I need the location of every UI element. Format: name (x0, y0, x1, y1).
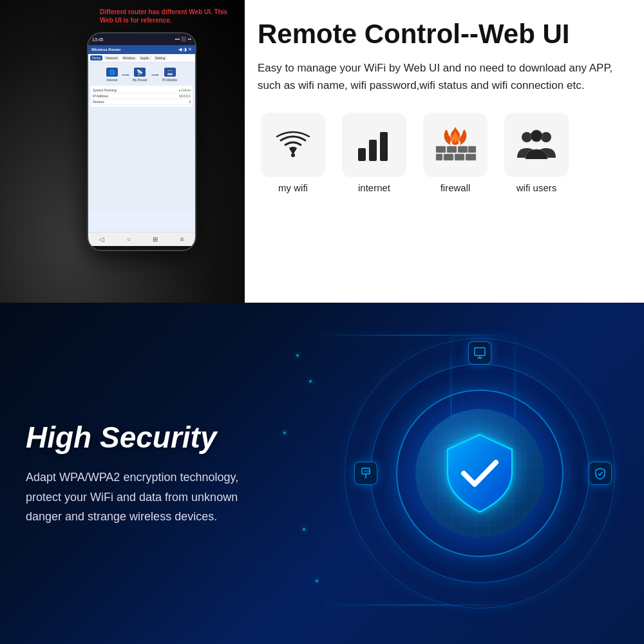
device-pc: 💻 PC/Mobile (162, 68, 177, 82)
internet-icon-box (342, 113, 406, 177)
phone-area: Different router has different Web UI. T… (0, 0, 245, 303)
internet-label: internet (358, 182, 390, 193)
nav-wireless[interactable]: Wireless (121, 55, 137, 61)
nav-setting[interactable]: Setting (153, 55, 167, 61)
svg-rect-9 (444, 154, 453, 160)
security-description: Adapt WPA/WPA2 encryption technology, pr… (26, 468, 264, 527)
ip-row: IP Address 10.0.0.1 (93, 93, 191, 99)
monitor-icon (473, 346, 486, 359)
status-value: ● Online (178, 88, 191, 92)
arrow-1: ⟶ (122, 72, 129, 78)
bottom-section: High Security Adapt WPA/WPA2 encryption … (0, 303, 644, 644)
feature-firewall: firewall (420, 113, 491, 193)
extra-label: Devices (93, 100, 104, 104)
globe-container: PIN (335, 328, 625, 618)
svg-point-14 (531, 130, 542, 142)
top-section: Different router has different Web UI. T… (0, 0, 644, 303)
app-title: Wireless Router (91, 48, 121, 52)
phone-time: 13:45 (92, 37, 104, 42)
svg-text:PIN: PIN (364, 469, 370, 473)
wifi-users-icon-box (504, 113, 569, 177)
router-icon: 📡 (134, 68, 146, 77)
orbit-icon-top (468, 341, 491, 365)
svg-rect-7 (468, 146, 476, 153)
security-title: High Security (26, 420, 264, 455)
ip-label: IP Address (93, 94, 108, 98)
phone-status-bar: 13:45 ▪▪▪ ⬛ ▪▪ (88, 33, 195, 45)
reference-note: Different router has different Web UI. T… (100, 8, 229, 24)
firewall-icon-box (423, 113, 488, 177)
particle-2 (309, 380, 312, 383)
svg-rect-15 (475, 348, 485, 355)
main-title: Remote Control--Web UI (258, 19, 625, 49)
router-diagram: 🌐 Internet ⟶ 📡 My Router ⟶ 💻 PC/Mobile (91, 65, 193, 84)
svg-point-12 (522, 132, 532, 142)
home-btn[interactable]: ○ (127, 236, 131, 243)
features-row: my wifi internet (258, 113, 625, 193)
my-wifi-label: my wifi (278, 182, 308, 193)
svg-point-13 (541, 132, 551, 142)
pc-icon: 💻 (164, 68, 176, 77)
pin-icon: PIN (359, 467, 372, 480)
svg-rect-11 (466, 154, 476, 160)
svg-rect-4 (436, 146, 446, 153)
particle-4 (303, 528, 305, 531)
app-switcher-icon[interactable]: ⊞ (153, 236, 158, 243)
particle-1 (296, 354, 299, 357)
svg-rect-3 (380, 132, 388, 161)
internet-label: Internet (106, 78, 117, 82)
my-wifi-icon-box (261, 113, 325, 177)
firewall-label: firewall (440, 182, 471, 193)
svg-rect-6 (458, 146, 468, 153)
right-content: Remote Control--Web UI Easy to manage yo… (245, 0, 644, 303)
router-label: My Router (133, 78, 147, 82)
internet-icon: 🌐 (106, 68, 118, 77)
ip-value: 10.0.0.1 (179, 94, 191, 98)
phone-mockup: 13:45 ▪▪▪ ⬛ ▪▪ Wireless Router ◀ ◑ ✕ Hom… (87, 32, 196, 251)
phone-bottom-bar: ◁ ○ ⊞ ≡ (88, 232, 195, 246)
device-router: 📡 My Router (133, 68, 147, 82)
app-header: Wireless Router ◀ ◑ ✕ (88, 45, 195, 54)
extra-value: 3 (189, 100, 191, 104)
orbit-icon-left: PIN (354, 462, 377, 485)
particle-5 (316, 580, 318, 582)
feature-my-wifi: my wifi (258, 113, 328, 193)
svg-rect-10 (455, 154, 464, 160)
security-content: High Security Adapt WPA/WPA2 encryption … (0, 394, 290, 553)
main-description: Easy to manage your WiFi by Web UI and n… (258, 59, 618, 94)
bar-chart-icon (355, 126, 393, 164)
feature-internet: internet (339, 113, 410, 193)
svg-rect-8 (436, 154, 442, 160)
phone-nav: Home Network Wireless Applic. Setting (88, 54, 195, 62)
status-row: System Running ● Online (93, 88, 191, 93)
nav-home[interactable]: Home (90, 55, 102, 61)
feature-wifi-users: wifi users (501, 113, 572, 193)
header-icons: ◀ ◑ ✕ (178, 47, 192, 52)
firewall-icon (433, 124, 478, 166)
wifi-icon (274, 129, 312, 161)
svg-rect-2 (369, 140, 377, 161)
shield-center (441, 431, 518, 515)
back-btn[interactable]: ◁ (99, 236, 104, 243)
shield-svg-icon (441, 431, 518, 515)
shield-small-icon (594, 467, 607, 480)
users-icon (514, 126, 559, 164)
arrow-2: ⟶ (151, 72, 158, 78)
svg-rect-5 (447, 146, 457, 153)
orbit-icon-right (589, 462, 612, 485)
nav-network[interactable]: Network (104, 55, 119, 61)
router-content: 🌐 Internet ⟶ 📡 My Router ⟶ 💻 PC/Mobile (88, 62, 195, 211)
status-label: System Running (93, 88, 117, 92)
menu-btn[interactable]: ≡ (180, 236, 184, 243)
svg-point-0 (291, 153, 295, 157)
svg-rect-1 (358, 148, 366, 161)
wifi-users-label: wifi users (516, 182, 557, 193)
phone-screen: Wireless Router ◀ ◑ ✕ Home Network Wirel… (88, 45, 195, 232)
nav-apps[interactable]: Applic. (138, 55, 152, 61)
pc-label: PC/Mobile (162, 78, 177, 82)
device-internet: 🌐 Internet (106, 68, 118, 82)
status-box: System Running ● Online IP Address 10.0.… (91, 86, 193, 107)
phone-indicators: ▪▪▪ ⬛ ▪▪ (175, 37, 191, 42)
extra-row: Devices 3 (93, 99, 191, 105)
